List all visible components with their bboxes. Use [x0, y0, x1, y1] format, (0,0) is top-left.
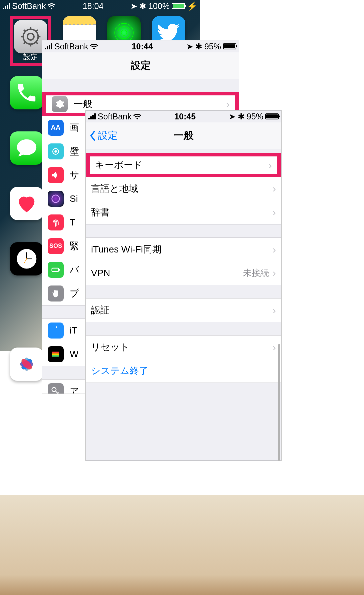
battery-pct: 95%: [204, 42, 221, 51]
scroll-indicator[interactable]: [278, 344, 280, 461]
heart-icon: [15, 192, 38, 215]
general-title: 一般: [174, 129, 194, 142]
photos-app[interactable]: [10, 348, 43, 381]
back-label: 設定: [98, 129, 118, 142]
chevron-right-icon: ›: [272, 341, 276, 354]
chevron-right-icon: ›: [268, 159, 272, 171]
svg-rect-32: [52, 353, 59, 355]
language-label: 言語と地域: [91, 182, 272, 195]
svg-line-9: [36, 30, 38, 32]
phone-icon: [15, 81, 38, 104]
back-button[interactable]: 設定: [90, 129, 118, 142]
general-statusbar: SoftBank 10:45 ➤ ✱ 95%: [86, 110, 281, 122]
location-icon: ➤: [186, 42, 193, 51]
svg-point-27: [54, 150, 57, 153]
chevron-right-icon: ›: [272, 267, 276, 279]
settings-statusbar: SoftBank 10:44 ➤ ✱ 95%: [42, 40, 239, 52]
svg-point-34: [52, 388, 56, 392]
svg-point-10: [115, 23, 133, 42]
battery-pct: 95%: [247, 112, 263, 121]
clock-app[interactable]: [10, 242, 43, 275]
wifi-icon: [90, 43, 98, 49]
fingerprint-icon: [48, 214, 64, 230]
battery-icon: [48, 262, 64, 278]
carrier-label: SoftBank: [54, 42, 88, 51]
svg-point-28: [52, 195, 60, 202]
sos-icon: SOS: [48, 238, 64, 254]
itunes-wifi-label: iTunes Wi-Fi同期: [91, 243, 272, 256]
carrier-label: SoftBank: [12, 1, 46, 11]
chevron-right-icon: ›: [272, 206, 276, 218]
clock-icon: [15, 247, 38, 270]
health-app[interactable]: [10, 187, 43, 220]
itunes-wifi-cell[interactable]: iTunes Wi-Fi同期 ›: [86, 237, 281, 261]
text-size-icon: AA: [48, 120, 64, 136]
chevron-right-icon: ›: [226, 98, 230, 110]
signal-icon: [88, 113, 96, 119]
wallet-icon: [48, 346, 64, 362]
reset-label: リセット: [91, 341, 272, 354]
statusbar-time: 10:44: [132, 42, 153, 51]
auth-label: 認証: [91, 304, 272, 317]
dictionary-label: 辞書: [91, 206, 272, 219]
chevron-right-icon: ›: [272, 182, 276, 195]
chevron-left-icon: [90, 131, 96, 141]
signal-icon: [45, 43, 52, 49]
wifi-icon: [48, 3, 56, 9]
battery-icon: [265, 113, 279, 119]
phone-app[interactable]: [10, 76, 43, 109]
svg-line-6: [24, 30, 26, 32]
general-label: 一般: [74, 98, 226, 110]
svg-rect-30: [59, 269, 60, 270]
location-icon: ➤: [229, 112, 236, 121]
shutdown-cell[interactable]: システム終了: [86, 359, 281, 383]
svg-point-12: [121, 30, 127, 36]
home-wallpaper-sand: [0, 495, 364, 595]
svg-line-8: [24, 42, 26, 44]
settings-nav: 設定: [42, 52, 239, 79]
home-statusbar: SoftBank 18:04 ➤ ✱ 100% ⚡: [0, 0, 200, 12]
bluetooth-icon: ✱: [238, 112, 245, 121]
bluetooth-icon: ✱: [139, 1, 146, 11]
reset-cell[interactable]: リセット ›: [86, 335, 281, 359]
auth-cell[interactable]: 認証 ›: [86, 298, 281, 322]
keyboard-label: キーボード: [95, 159, 268, 171]
gear-icon: [19, 25, 42, 48]
sound-icon: [48, 167, 64, 183]
siri-icon: [48, 191, 64, 207]
svg-rect-29: [52, 268, 59, 271]
general-nav: 設定 一般: [86, 122, 281, 149]
location-icon: ➤: [130, 1, 137, 11]
battery-icon: [172, 3, 185, 9]
statusbar-time: 10:45: [174, 112, 196, 121]
svg-point-11: [118, 27, 130, 39]
charging-icon: ⚡: [187, 1, 197, 11]
wallpaper-icon: [48, 143, 64, 159]
svg-rect-31: [52, 352, 59, 353]
appstore-icon: [48, 323, 64, 339]
chevron-right-icon: ›: [272, 243, 276, 256]
battery-icon: [223, 43, 236, 49]
general-screen: SoftBank 10:45 ➤ ✱ 95% 設定 一般 キーボード › 言語と…: [85, 110, 282, 461]
battery-pct: 100%: [148, 1, 170, 11]
svg-line-7: [36, 42, 38, 44]
language-cell[interactable]: 言語と地域 ›: [86, 177, 281, 201]
settings-title: 設定: [131, 59, 151, 72]
dictionary-cell[interactable]: 辞書 ›: [86, 200, 281, 224]
svg-point-1: [27, 33, 34, 40]
messages-app[interactable]: [10, 131, 43, 165]
hand-icon: [48, 285, 64, 302]
wifi-icon: [133, 113, 141, 119]
svg-point-17: [26, 258, 27, 259]
chevron-right-icon: ›: [272, 304, 276, 317]
keyboard-cell[interactable]: キーボード ›: [86, 153, 281, 177]
shutdown-label: システム終了: [91, 365, 276, 377]
photos-icon: [15, 353, 38, 376]
signal-icon: [3, 3, 10, 9]
svg-rect-33: [52, 355, 59, 357]
key-icon: [48, 383, 64, 394]
statusbar-time: 18:04: [83, 1, 104, 11]
vpn-status: 未接続: [243, 267, 269, 279]
gear-icon: [52, 96, 68, 112]
vpn-cell[interactable]: VPN 未接続 ›: [86, 261, 281, 285]
